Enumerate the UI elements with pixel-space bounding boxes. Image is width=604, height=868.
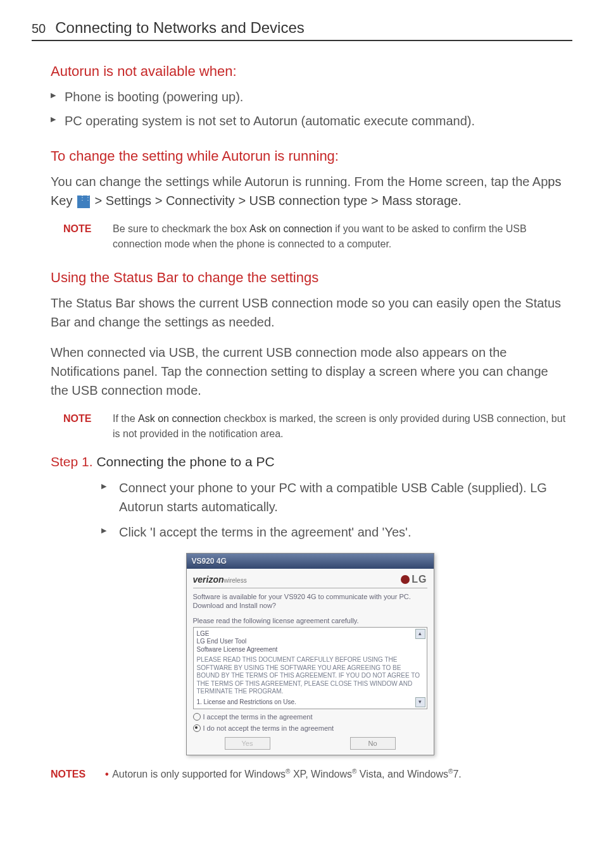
- heading-autorun-na: Autorun is not available when:: [51, 63, 569, 80]
- text: LG: [412, 574, 427, 585]
- radio-label: I accept the terms in the agreement: [203, 713, 313, 721]
- note-ask-connection-2: NOTE If the Ask on connection checkbox i…: [63, 411, 569, 442]
- radio-icon[interactable]: [193, 713, 201, 721]
- list-item: Phone is booting (powering up).: [51, 87, 569, 106]
- page-header: 50 Connecting to Networks and Devices: [32, 19, 572, 41]
- note-label: NOTE: [63, 221, 101, 252]
- scroll-down-icon[interactable]: ▾: [415, 697, 425, 707]
- dialog-instruction: Please read the following license agreem…: [193, 617, 427, 624]
- radio-label: I do not accept the terms in the agreeme…: [203, 724, 334, 732]
- text-bold: > Settings > Connectivity > USB connecti…: [91, 194, 458, 208]
- text: LGE: [197, 630, 424, 638]
- autorun-dialog: VS920 4G verizonwireless LG Software is …: [186, 553, 434, 755]
- radio-icon[interactable]: [193, 724, 201, 732]
- text: Vista, and Windows: [356, 769, 448, 779]
- dialog-message: Software is available for your VS920 4G …: [193, 592, 427, 611]
- text: wireless: [224, 577, 247, 584]
- text: .: [458, 194, 462, 208]
- list-item: PC operating system is not set to Autoru…: [51, 111, 569, 130]
- notes-footer: NOTES • Autorun is only supported for Wi…: [51, 767, 569, 782]
- text-bold: Ask on connection: [138, 413, 221, 424]
- text-bold: Ask on connection: [249, 223, 332, 234]
- note-label: NOTE: [63, 411, 101, 442]
- text: Be sure to checkmark the box: [113, 223, 249, 234]
- notes-text: • Autorun is only supported for Windows®…: [105, 767, 462, 782]
- list-item: Connect your phone to your PC with a com…: [101, 478, 569, 516]
- list-item: Click 'I accept the terms in the agreeme…: [101, 523, 569, 542]
- bullet-icon: •: [105, 769, 109, 779]
- text: XP, Windows: [290, 769, 352, 779]
- text: 7.: [453, 769, 461, 779]
- text: PLEASE READ THIS DOCUMENT CAREFULLY BEFO…: [197, 656, 424, 696]
- lg-logo-icon: [401, 575, 410, 584]
- text: Software License Agreement: [197, 646, 424, 654]
- lg-logo: LG: [401, 574, 427, 585]
- step-title-text: Connecting the phone to a PC: [93, 454, 275, 469]
- radio-decline[interactable]: I do not accept the terms in the agreeme…: [193, 724, 427, 732]
- note-text: If the Ask on connection checkbox is mar…: [113, 411, 569, 442]
- apps-key-icon: [77, 195, 90, 208]
- scroll-up-icon[interactable]: ▴: [415, 629, 425, 639]
- dialog-brand-row: verizonwireless LG: [193, 574, 427, 588]
- notes-label: NOTES: [51, 767, 89, 782]
- dialog-titlebar: VS920 4G: [187, 554, 434, 569]
- no-button[interactable]: No: [350, 737, 396, 750]
- heading-change-setting: To change the setting while Autorun is r…: [51, 148, 569, 164]
- note-ask-connection: NOTE Be sure to checkmark the box Ask on…: [63, 221, 569, 252]
- autorun-na-list: Phone is booting (powering up). PC opera…: [51, 87, 569, 130]
- text: verizon: [193, 574, 224, 585]
- note-text: Be sure to checkmark the box Ask on conn…: [113, 221, 569, 252]
- body-change-setting: You can change the settings while Autoru…: [51, 172, 569, 210]
- text: 1. License and Restrictions on Use.: [197, 698, 424, 707]
- text: You can change the settings while Autoru…: [51, 175, 548, 189]
- body-status-bar-1: The Status Bar shows the current USB con…: [51, 294, 569, 332]
- body-status-bar-2: When connected via USB, the current USB …: [51, 343, 569, 400]
- verizon-logo: verizonwireless: [193, 574, 247, 585]
- text: Autorun is only supported for Windows: [112, 769, 286, 779]
- yes-button[interactable]: Yes: [225, 737, 270, 750]
- radio-accept[interactable]: I accept the terms in the agreement: [193, 713, 427, 721]
- step1-list: Connect your phone to your PC with a com…: [101, 478, 569, 542]
- step-prefix: Step 1.: [51, 454, 93, 469]
- text: If the: [113, 413, 138, 424]
- step1-heading: Step 1. Connecting the phone to a PC: [51, 454, 569, 469]
- text: LG End User Tool: [197, 638, 424, 646]
- license-textbox[interactable]: LGE LG End User Tool Software License Ag…: [193, 627, 427, 709]
- page-number: 50: [32, 22, 46, 36]
- page-title: Connecting to Networks and Devices: [55, 19, 305, 37]
- heading-status-bar: Using the Status Bar to change the setti…: [51, 270, 569, 286]
